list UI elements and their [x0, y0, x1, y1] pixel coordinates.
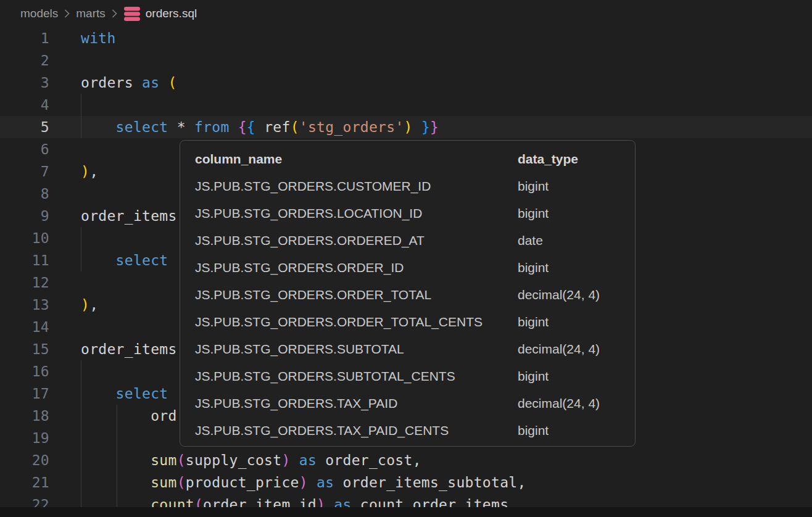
indent-guide	[81, 227, 81, 249]
column-header-type: data_type	[518, 146, 632, 173]
data-type-cell: bigint	[518, 173, 632, 200]
code-editor-window: models marts orders.sql 1with23orders as…	[0, 0, 812, 517]
column-name-cell: JS.PUB.STG_ORDERS.ORDER_TOTAL_CENTS	[195, 308, 518, 336]
code-line-5[interactable]: 5 select * from {{ ref('stg_orders') }}	[0, 116, 812, 138]
data-type-cell: decimal(24, 4)	[518, 281, 632, 308]
code-token	[81, 408, 151, 424]
line-number[interactable]: 13	[0, 294, 49, 316]
code-text: select * from {{ ref('stg_orders') }}	[81, 116, 439, 138]
code-text: order_items	[81, 338, 177, 360]
line-number[interactable]: 12	[0, 271, 49, 294]
column-schema-table: column_name data_type JS.PUB.STG_ORDERS.…	[195, 146, 632, 444]
code-text: ),	[81, 294, 98, 316]
editor-bottom-edge	[0, 507, 812, 517]
code-token: with	[81, 30, 116, 46]
code-token: (	[177, 452, 186, 468]
code-token: }	[421, 119, 430, 135]
code-token: )	[404, 119, 413, 135]
column-name-cell: JS.PUB.STG_ORDERS.ORDER_ID	[195, 254, 518, 281]
line-number[interactable]: 15	[0, 338, 49, 360]
code-token	[255, 119, 264, 135]
indent-guide	[81, 427, 81, 449]
code-token: ,	[89, 163, 98, 180]
line-number[interactable]: 8	[0, 183, 49, 205]
code-token: )	[81, 297, 89, 313]
code-line-21[interactable]: 21 sum(product_price) as order_items_sub…	[0, 471, 812, 494]
line-number[interactable]: 6	[0, 138, 49, 160]
line-number[interactable]: 17	[0, 383, 49, 405]
code-token: select	[116, 252, 168, 268]
code-line-1[interactable]: 1with	[0, 27, 812, 49]
code-token	[81, 252, 116, 268]
line-number[interactable]: 7	[0, 160, 49, 183]
line-number[interactable]: 4	[0, 94, 49, 116]
line-number[interactable]: 10	[0, 227, 49, 249]
code-token	[81, 386, 116, 402]
code-text: ord	[81, 405, 177, 427]
code-token: sum	[151, 452, 176, 468]
data-type-cell: bigint	[518, 200, 632, 227]
code-text: with	[81, 27, 116, 49]
table-row: JS.PUB.STG_ORDERS.ORDER_TOTALdecimal(24,…	[195, 281, 632, 308]
code-line-2[interactable]: 2	[0, 49, 812, 72]
line-number[interactable]: 21	[0, 471, 49, 494]
code-token: supply_cost	[186, 452, 282, 468]
code-line-20[interactable]: 20 sum(supply_cost) as order_cost,	[0, 449, 812, 471]
line-number[interactable]: 3	[0, 72, 49, 94]
code-token: )	[299, 474, 308, 490]
line-number[interactable]: 9	[0, 205, 49, 227]
line-number[interactable]: 20	[0, 449, 49, 471]
line-number[interactable]: 14	[0, 316, 49, 338]
code-line-3[interactable]: 3orders as (	[0, 72, 812, 94]
code-token	[308, 474, 317, 490]
table-row: JS.PUB.STG_ORDERS.SUBTOTAL_CENTSbigint	[195, 363, 632, 390]
code-token: as	[299, 452, 317, 468]
table-row: JS.PUB.STG_ORDERS.ORDER_IDbigint	[195, 254, 632, 281]
code-token: select	[116, 119, 168, 135]
breadcrumb-item-marts[interactable]: marts	[76, 7, 106, 20]
code-token: (	[168, 75, 176, 91]
table-row: JS.PUB.STG_ORDERS.SUBTOTALdecimal(24, 4)	[195, 336, 632, 363]
table-row: JS.PUB.STG_ORDERS.ORDER_TOTAL_CENTSbigin…	[195, 308, 632, 336]
code-token: (	[177, 474, 186, 490]
line-number[interactable]: 1	[0, 27, 49, 49]
line-number[interactable]: 5	[0, 116, 49, 138]
code-token: as	[142, 75, 159, 91]
code-text: sum(product_price) as order_items_subtot…	[81, 471, 526, 494]
code-token: order_items_subtotal,	[342, 474, 526, 490]
code-token	[413, 119, 421, 135]
column-name-cell: JS.PUB.STG_ORDERS.TAX_PAID_CENTS	[195, 417, 518, 444]
line-number[interactable]: 19	[0, 427, 49, 449]
line-number[interactable]: 18	[0, 405, 49, 427]
table-row: JS.PUB.STG_ORDERS.ORDERED_ATdate	[195, 227, 632, 254]
code-token: order_items	[81, 341, 177, 357]
table-row: JS.PUB.STG_ORDERS.TAX_PAIDdecimal(24, 4)	[195, 390, 632, 417]
column-name-cell: JS.PUB.STG_ORDERS.TAX_PAID	[195, 390, 518, 417]
data-type-cell: decimal(24, 4)	[518, 390, 632, 417]
code-line-4[interactable]: 4	[0, 94, 812, 116]
code-text: select	[81, 249, 168, 271]
breadcrumb-file[interactable]: orders.sql	[146, 7, 197, 20]
code-text: select	[81, 383, 168, 405]
code-token: 'stg_orders'	[299, 119, 404, 135]
data-type-cell: decimal(24, 4)	[518, 336, 632, 363]
indent-guide	[117, 427, 117, 449]
code-token	[81, 119, 116, 135]
data-type-cell: bigint	[518, 308, 632, 336]
code-token: from	[194, 119, 230, 135]
breadcrumb-item-models[interactable]: models	[20, 7, 58, 20]
code-token: *	[177, 119, 186, 135]
code-token: {	[247, 119, 255, 135]
code-text: ),	[81, 160, 98, 183]
code-token	[317, 452, 325, 468]
code-token: orders	[81, 75, 142, 91]
code-token	[186, 119, 194, 135]
line-number[interactable]: 2	[0, 49, 49, 72]
table-header-row: column_name data_type	[195, 146, 632, 173]
column-name-cell: JS.PUB.STG_ORDERS.SUBTOTAL_CENTS	[195, 363, 518, 390]
code-token	[168, 119, 176, 135]
column-name-cell: JS.PUB.STG_ORDERS.CUSTOMER_ID	[195, 173, 518, 200]
line-number[interactable]: 16	[0, 360, 49, 383]
line-number[interactable]: 11	[0, 249, 49, 271]
column-name-cell: JS.PUB.STG_ORDERS.SUBTOTAL	[195, 336, 518, 363]
